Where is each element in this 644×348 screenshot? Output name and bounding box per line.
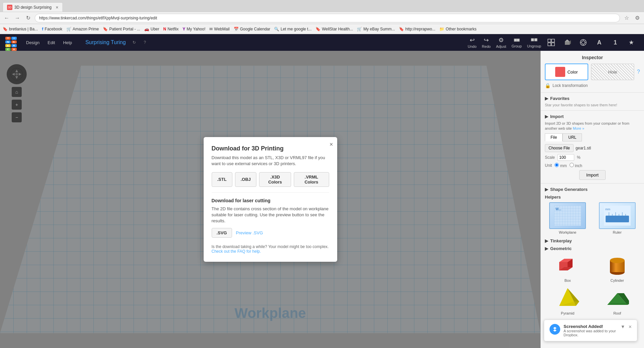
scale-input[interactable] (558, 154, 574, 161)
url-tab[interactable]: URL (563, 133, 582, 141)
grid-view-icon[interactable] (547, 38, 556, 47)
cylinder-item[interactable]: Cylinder (595, 254, 640, 282)
forward-button[interactable]: → (13, 14, 21, 22)
canvas-area[interactable]: Workplane ⌂ + − (0, 51, 541, 348)
svg-marker-10 (565, 39, 570, 41)
favorites-header[interactable]: ▶ Favorites (545, 96, 640, 101)
box-item[interactable]: Box (545, 254, 591, 282)
bookmark-star[interactable]: ☆ (623, 14, 631, 22)
bookmark-yahoo[interactable]: Y My Yahoo! (183, 27, 205, 31)
dialog-close-button[interactable]: × (330, 141, 333, 148)
workplane-shape-item[interactable]: W... Workplane (545, 202, 591, 234)
workplane-shape-preview: W... (549, 202, 586, 229)
faq-link[interactable]: Check out the FAQ for help. (212, 249, 261, 254)
text-icon[interactable]: A (595, 38, 604, 47)
tinkercad-logo[interactable]: T I N K E R C A D (4, 35, 18, 49)
reload-button[interactable]: ↻ (24, 14, 32, 22)
import-more-link[interactable]: More » (573, 126, 584, 130)
dialog-title: Download for 3D Printing (212, 145, 329, 152)
nav-edit[interactable]: Edit (45, 39, 57, 46)
right-panel: Inspector Color Hole ? 🔒 Lock transforma… (541, 51, 644, 348)
faq-text: Is the download taking a while? Your mod… (212, 244, 329, 249)
cube-view-icon[interactable] (563, 38, 572, 47)
svg-rect-1 (517, 39, 519, 41)
color-button[interactable]: Color (545, 64, 588, 80)
refresh-project-icon[interactable]: ↻ (133, 40, 136, 45)
svg-rect-7 (548, 43, 551, 46)
scale-pct-label: % (577, 155, 581, 160)
ruler-shape-preview: mm (599, 202, 636, 229)
geo-grid: Box (545, 254, 640, 315)
bookmark-google[interactable]: 🔍 Let me google t... (274, 27, 311, 31)
adjust-button[interactable]: ⚙ Adjust (496, 36, 506, 48)
inspector-help-icon[interactable]: ? (637, 69, 640, 75)
bookmark-other[interactable]: 📁 Other bookmarks (439, 27, 476, 31)
choose-file-button[interactable]: Choose File (545, 144, 574, 152)
stl-button[interactable]: .STL (212, 172, 232, 187)
bookmark-label: Other bookmarks (446, 27, 476, 31)
svg-button[interactable]: .SVG (212, 228, 232, 238)
ruler-shape-item[interactable]: mm Ruler (595, 202, 640, 234)
nav-design[interactable]: Design (23, 39, 42, 46)
number-icon[interactable]: 1 (611, 38, 620, 47)
group-button[interactable]: Group (511, 37, 522, 48)
bookmark-icon: 🔖 (3, 27, 8, 31)
bookmark-bretlanius[interactable]: 🔖 bretlanius | Ba... (3, 27, 38, 31)
bookmark-amazon[interactable]: 🛒 Amazon Prime (66, 27, 99, 31)
help-icon[interactable]: ? (144, 40, 146, 45)
bookmark-netflix[interactable]: N Netflix (163, 27, 179, 31)
bookmark-reprap[interactable]: 🔖 http://reprapwo... (399, 27, 435, 31)
bookmark-patient[interactable]: 🔖 Patient Portal - ... (103, 27, 140, 31)
undo-label: Undo (468, 44, 476, 48)
bookmark-label: Google Calendar (240, 27, 270, 31)
shape-generators-section: ▶ Shape Generators Helpers (541, 184, 644, 319)
file-url-tabs: File URL (545, 133, 640, 141)
import-button[interactable]: Import (579, 170, 606, 180)
bookmark-facebook[interactable]: f Facebook (42, 26, 62, 31)
mm-radio[interactable] (555, 163, 559, 167)
bookmark-uber[interactable]: 🚗 Uber (144, 27, 159, 31)
pyramid-item[interactable]: Pyramid (545, 286, 591, 315)
tinkerplay-title[interactable]: ▶ Tinkerplay (545, 238, 640, 243)
geometric-title[interactable]: ▶ Geometric (545, 246, 640, 251)
settings-button[interactable]: ⚙ (633, 14, 641, 22)
browser-tab[interactable]: 3D 3D design Surprising × (3, 2, 63, 12)
notification-toast: Screenshot Added! A screenshot was added… (544, 320, 637, 341)
roof-item[interactable]: Roof (595, 286, 640, 315)
project-title[interactable]: Surprising Turing (85, 39, 126, 45)
group-icon (513, 37, 520, 43)
bookmark-webmail[interactable]: ✉ WebMail (209, 27, 229, 31)
color-hole-row: Color Hole ? (545, 64, 640, 80)
undo-button[interactable]: ↩ Undo (468, 36, 476, 48)
nav-help[interactable]: Help (60, 39, 75, 46)
inch-radio[interactable] (570, 163, 574, 167)
logo-a: A (11, 48, 17, 51)
vrml-button[interactable]: .VRML Colors (294, 172, 329, 187)
bookmark-ebay[interactable]: 🛒 My eBay Summ... (357, 27, 395, 31)
x3d-button[interactable]: .X3D Colors (259, 172, 291, 187)
tab-close-button[interactable]: × (56, 5, 58, 10)
import-header[interactable]: ▶ Import (545, 114, 640, 119)
bookmark-label: My eBay Summ... (363, 27, 395, 31)
bookmark-wellstar[interactable]: 🔖 WellStar Health... (315, 27, 353, 31)
notification-expand-icon[interactable]: ▼ (621, 324, 625, 329)
file-tab[interactable]: File (545, 133, 563, 141)
obj-button[interactable]: .OBJ (235, 172, 256, 187)
bookmark-gcal[interactable]: 📅 Google Calendar (234, 27, 270, 31)
camera-view-icon[interactable] (579, 38, 588, 47)
helpers-title[interactable]: Helpers (545, 195, 640, 200)
shape-generators-title[interactable]: ▶ Shape Generators (545, 187, 640, 192)
hole-button[interactable]: Hole (591, 64, 634, 80)
star-icon[interactable]: ★ (627, 38, 636, 47)
ruler-label: Ruler (613, 230, 622, 234)
lock-label: Lock transformation (553, 83, 588, 88)
preview-svg-link[interactable]: Preview .SVG (236, 230, 263, 235)
svg-text:mm: mm (605, 208, 610, 211)
notification-close-button[interactable]: × (629, 324, 632, 330)
ungroup-button[interactable]: Ungroup (527, 37, 541, 48)
url-bar[interactable]: https://www.tinkercad.com/things/etlfXpp… (35, 14, 620, 22)
scale-label: Scale (545, 155, 555, 160)
folder-icon: 📁 (439, 27, 444, 31)
back-button[interactable]: ← (3, 14, 11, 22)
redo-button[interactable]: ↪ Redo (482, 36, 490, 48)
